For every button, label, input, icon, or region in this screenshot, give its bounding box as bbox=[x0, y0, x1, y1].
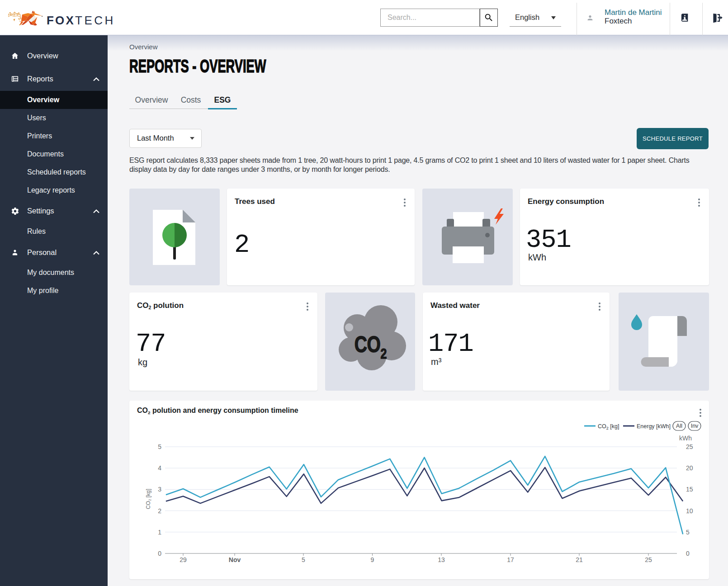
svg-text:17: 17 bbox=[507, 556, 514, 563]
svg-text:2: 2 bbox=[158, 507, 161, 515]
svg-text:25: 25 bbox=[686, 443, 693, 450]
svg-text:CO2 [kg]: CO2 [kg] bbox=[145, 489, 152, 509]
svg-text:5: 5 bbox=[302, 556, 305, 563]
svg-text:10: 10 bbox=[686, 507, 693, 515]
svg-text:All: All bbox=[676, 423, 682, 429]
svg-text:0: 0 bbox=[686, 550, 690, 557]
svg-text:Nov: Nov bbox=[229, 556, 241, 563]
svg-text:15: 15 bbox=[686, 486, 693, 493]
svg-text:5: 5 bbox=[686, 529, 690, 536]
svg-text:9: 9 bbox=[371, 556, 374, 563]
svg-text:20: 20 bbox=[686, 464, 693, 472]
svg-text:13: 13 bbox=[438, 556, 445, 563]
svg-text:1: 1 bbox=[158, 529, 161, 536]
svg-text:0: 0 bbox=[158, 550, 161, 557]
svg-text:Inv: Inv bbox=[691, 423, 699, 429]
svg-text:3: 3 bbox=[158, 486, 161, 493]
svg-text:CO2 [kg]: CO2 [kg] bbox=[598, 423, 619, 430]
svg-text:5: 5 bbox=[158, 443, 161, 450]
svg-text:25: 25 bbox=[645, 556, 652, 563]
svg-text:21: 21 bbox=[576, 556, 583, 563]
svg-text:4: 4 bbox=[158, 464, 161, 472]
svg-text:29: 29 bbox=[180, 556, 187, 563]
svg-text:kWh: kWh bbox=[679, 435, 692, 442]
svg-text:Energy [kWh]: Energy [kWh] bbox=[637, 423, 671, 430]
